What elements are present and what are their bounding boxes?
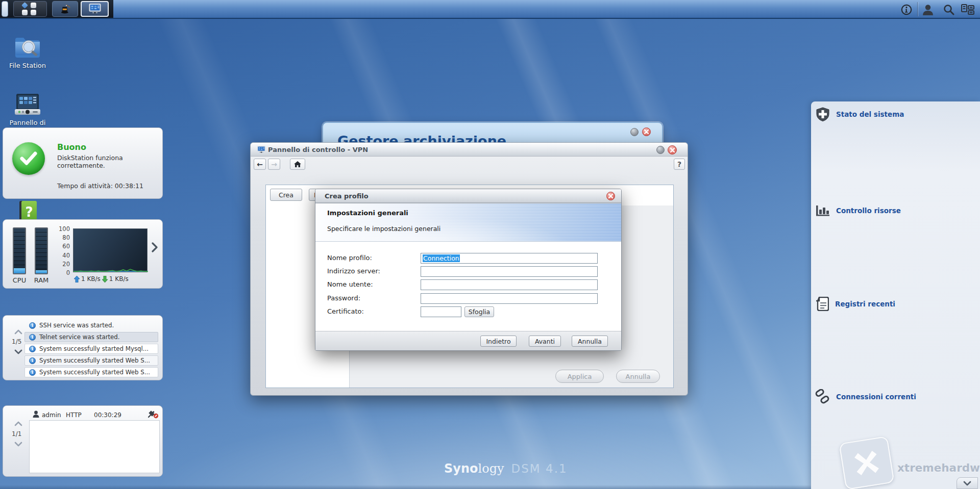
next-step-button[interactable]: Avanti: [529, 336, 561, 347]
disconnect-icon[interactable]: [148, 410, 158, 419]
create-button[interactable]: Crea: [270, 189, 302, 201]
taskbar-app-quick-start[interactable]: [52, 1, 78, 17]
upload-rate: 1 KB/s: [81, 275, 101, 282]
minimize-button[interactable]: [630, 128, 639, 136]
resource-monitor-header: Controllo risorse: [816, 204, 901, 217]
status-ok-icon: [12, 142, 45, 175]
username-field[interactable]: [421, 279, 598, 290]
back-step-label: Indietro: [486, 338, 510, 345]
log-row[interactable]: i System successfully started Mysql...: [24, 344, 158, 354]
main-menu-icon: [22, 3, 38, 15]
minimize-button[interactable]: [656, 146, 665, 154]
upload-arrow-icon: [74, 276, 80, 282]
create-button-label: Crea: [279, 191, 293, 199]
help-button[interactable]: ?: [674, 159, 685, 170]
desktop-icon-file-station[interactable]: File Station: [3, 32, 52, 70]
connection-time: 00:30:29: [94, 411, 121, 419]
status-description-2: correttamente.: [57, 162, 105, 169]
ytick: 20: [57, 261, 70, 268]
dsm-version: DSM 4.1: [511, 462, 568, 475]
ram-label: RAM: [31, 276, 52, 284]
section-title: Controllo risorse: [836, 207, 901, 215]
desktop-icon-label: File Station: [3, 62, 52, 70]
network-graph: [73, 228, 148, 272]
server-address-label: Indirizzo server:: [327, 267, 380, 275]
connection-user: admin: [42, 411, 61, 419]
widget-sidebar: [811, 101, 980, 489]
profile-name-field[interactable]: Connection: [421, 253, 598, 264]
log-text: System successfully started Web S...: [39, 357, 150, 364]
close-icon[interactable]: [606, 192, 615, 200]
section-title: Connessioni correnti: [836, 393, 916, 401]
pilot-view-button[interactable]: [961, 3, 975, 16]
system-status-header: Stato del sistema: [816, 107, 904, 121]
dsm-branding: Synology DSM 4.1: [444, 461, 568, 476]
back-step-button[interactable]: Indietro: [480, 336, 517, 347]
log-row[interactable]: i Telnet service was started.: [24, 332, 158, 342]
logs-page-down-icon[interactable]: [14, 349, 22, 354]
certificate-field[interactable]: [421, 306, 461, 317]
apply-button-label: Applica: [568, 373, 592, 380]
log-row[interactable]: i System successfully started Web S...: [24, 355, 158, 366]
uptime-text: Tempo di attività: 00:38:11: [57, 182, 143, 190]
synology-logo: Synology: [444, 461, 504, 476]
dialog-footer: Indietro Avanti Annulla: [315, 331, 621, 351]
close-icon[interactable]: [642, 127, 651, 136]
taskbar: [0, 0, 980, 19]
network-rates: 1 KB/s 1 KB/s: [74, 275, 129, 282]
info-icon: i: [29, 334, 36, 341]
back-button[interactable]: ←: [254, 159, 266, 170]
forward-arrow-icon: →: [271, 160, 277, 168]
log-row[interactable]: i SSH service was started.: [24, 320, 158, 330]
dialog-titlebar[interactable]: Crea profilo: [315, 189, 621, 203]
connections-page-up-icon[interactable]: [14, 421, 22, 426]
cancel-dialog-button[interactable]: Annulla: [572, 336, 608, 347]
wizard-header-band: Impostazioni generali Specificare le imp…: [315, 203, 621, 242]
chain-link-icon: [815, 389, 830, 404]
connections-page-down-icon[interactable]: [14, 442, 22, 447]
close-icon[interactable]: [668, 145, 677, 155]
widgets-icon: [961, 4, 974, 15]
log-text: System successfully started Web S...: [39, 369, 150, 376]
server-address-field[interactable]: [421, 266, 598, 277]
bar-chart-icon: [816, 204, 830, 217]
window-titlebar[interactable]: Pannello di controllo - VPN: [251, 143, 688, 157]
status-value: Buono: [57, 142, 86, 152]
help-label: ?: [677, 160, 681, 168]
control-panel-icon: [3, 89, 52, 117]
expand-chevron-icon[interactable]: [151, 242, 158, 252]
cancel-button[interactable]: Annulla: [616, 370, 660, 383]
section-title: Registri recenti: [835, 300, 895, 308]
wizard-subheading: Specificare le impostazioni generali: [327, 225, 440, 233]
info-icon: [901, 4, 912, 15]
log-row[interactable]: i System successfully started Web S...: [24, 367, 158, 377]
connections-list-area: [29, 420, 160, 473]
logs-page-up-icon[interactable]: [14, 329, 22, 334]
system-info-button[interactable]: [899, 3, 914, 16]
show-desktop-button[interactable]: [2, 1, 8, 17]
watermark-text: xtremehardware.com: [897, 461, 980, 474]
apply-button[interactable]: Applica: [555, 370, 604, 383]
info-icon: i: [29, 346, 36, 352]
recent-logs-panel: 1/5 i SSH service was started. i Telnet …: [3, 315, 163, 380]
browse-button-label: Sfoglia: [469, 308, 491, 316]
password-field[interactable]: [421, 293, 598, 304]
home-button[interactable]: [290, 159, 305, 170]
current-connections-header: Connessioni correnti: [815, 389, 916, 404]
search-button[interactable]: [941, 3, 955, 16]
control-panel-taskbar-icon: [89, 4, 101, 14]
document-icon: [816, 297, 829, 311]
ram-gauge-fill: [36, 270, 47, 273]
svg-text:?: ?: [25, 204, 33, 220]
sidebar-collapse-tab[interactable]: [957, 477, 978, 489]
browse-button[interactable]: Sfoglia: [464, 306, 494, 317]
cpu-gauge: [13, 227, 26, 274]
info-icon: i: [29, 357, 36, 364]
next-step-label: Avanti: [535, 338, 555, 345]
forward-button[interactable]: →: [268, 159, 280, 170]
main-menu-button[interactable]: [13, 1, 47, 17]
connection-protocol: HTTP: [66, 411, 82, 419]
taskbar-app-control-panel[interactable]: [81, 1, 109, 17]
wizard-heading: Impostazioni generali: [327, 209, 408, 217]
user-menu-button[interactable]: [921, 3, 935, 16]
